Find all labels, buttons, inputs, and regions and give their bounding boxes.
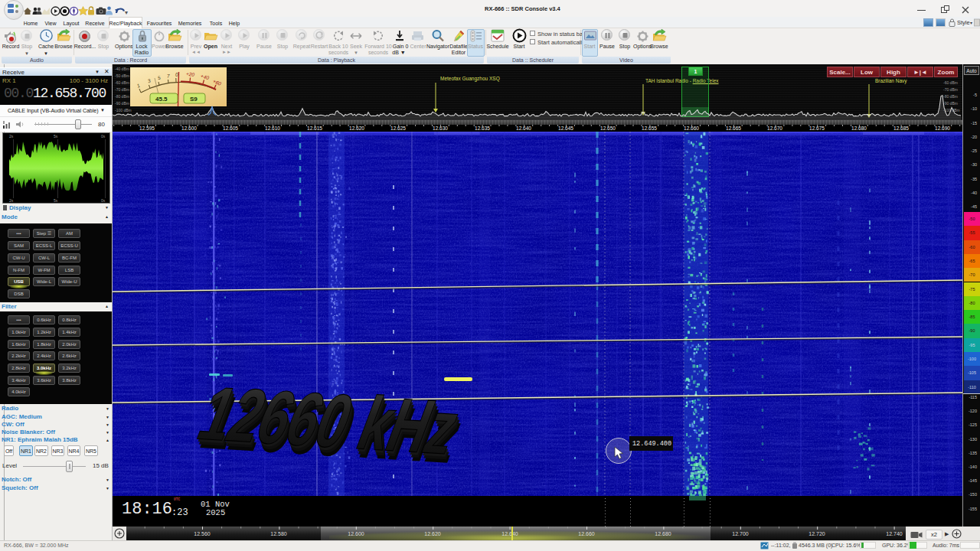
svg-text:12660 kHz: 12660 kHz (188, 371, 471, 470)
